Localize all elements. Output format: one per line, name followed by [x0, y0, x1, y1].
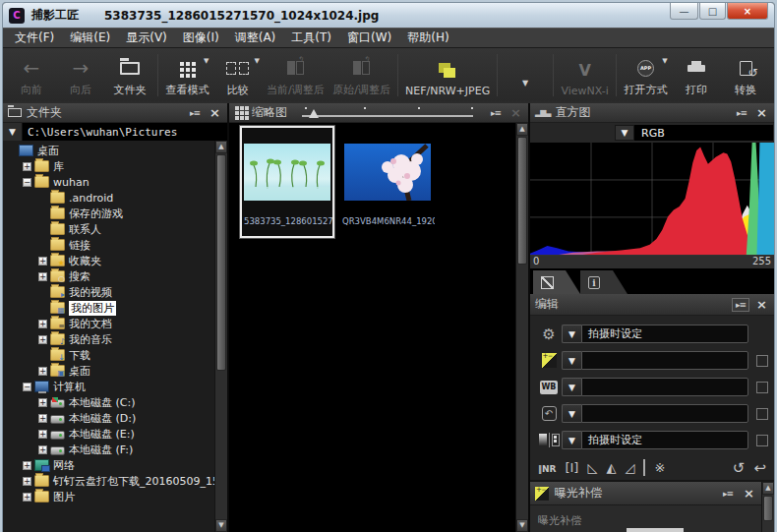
- tree-item-我的文档[interactable]: +≡我的文档: [3, 316, 227, 331]
- panel-close-icon[interactable]: ×: [742, 488, 756, 500]
- tree-item-下载[interactable]: ↓下载: [3, 347, 227, 363]
- tab-edit[interactable]: [533, 270, 580, 294]
- toolbar-button-NEF/NRW+JPEG[interactable]: NEF/NRW+JPEG: [401, 50, 494, 100]
- tree-item-联系人[interactable]: 联系人: [3, 221, 227, 237]
- scroll-down-icon[interactable]: ▼: [215, 519, 227, 532]
- panel-menu-icon[interactable]: ▸≡: [732, 298, 749, 312]
- expand-icon[interactable]: +: [38, 257, 47, 266]
- toolbar-button-比较[interactable]: ▼比较: [213, 50, 263, 100]
- thumbnail-item-0[interactable]: 5383735_1286015271570...: [240, 126, 334, 238]
- retouch-icon[interactable]: ※: [654, 460, 665, 475]
- menu-item-2[interactable]: 显示(V): [118, 28, 175, 48]
- toolbar-button-打开方式[interactable]: APP▼打开方式: [620, 50, 672, 100]
- setting-dropdown-icon[interactable]: ▼: [562, 431, 581, 449]
- toolbar-button-当前/调整后[interactable]: 当前/调整后: [263, 50, 329, 100]
- setting-dropdown-icon[interactable]: ▼: [562, 404, 581, 423]
- tree-item-链接[interactable]: 链接: [3, 237, 227, 253]
- menu-item-3[interactable]: 图像(I): [175, 28, 227, 48]
- toolbar-button-打印[interactable]: 打印: [672, 50, 721, 100]
- toolbar-button-转换[interactable]: 转换: [721, 50, 770, 100]
- color-curve-icon[interactable]: [643, 460, 645, 475]
- expand-icon[interactable]: +: [23, 162, 31, 171]
- toolbar-button-dropdown-only[interactable]: ▼: [501, 50, 550, 100]
- expand-icon[interactable]: +: [38, 445, 47, 454]
- tree-item-计算机[interactable]: −计算机: [3, 379, 227, 394]
- expand-icon[interactable]: +: [38, 335, 47, 344]
- thumbnail-item-1[interactable]: QR3VB4M6NR44_1920x12...: [340, 126, 435, 238]
- expand-icon[interactable]: +: [38, 414, 47, 423]
- tree-item-保存的游戏[interactable]: 保存的游戏: [3, 206, 227, 221]
- path-dropdown-icon[interactable]: ▼: [3, 123, 23, 141]
- expand-icon[interactable]: +: [38, 430, 47, 439]
- scroll-down-icon[interactable]: ▼: [516, 519, 528, 532]
- expand-icon[interactable]: +: [23, 493, 31, 502]
- toolbar-button-向前[interactable]: ←向前: [7, 50, 56, 100]
- panel-menu-icon[interactable]: ▸≡: [734, 107, 749, 119]
- tree-item-钉钉云盘打包下载_20160509_15_[interactable]: +钉钉云盘打包下载_20160509_15_: [3, 473, 227, 489]
- setting-dropdown-icon[interactable]: ▼: [562, 351, 581, 370]
- tree-item-桌面[interactable]: 桌面: [3, 143, 227, 158]
- tree-item-收藏夹[interactable]: +★收藏夹: [3, 253, 227, 268]
- expand-icon[interactable]: +: [38, 272, 47, 281]
- menu-item-0[interactable]: 文件(F): [7, 28, 62, 48]
- tree-item-我的音乐[interactable]: +♪我的音乐: [3, 331, 227, 347]
- close-button[interactable]: ×: [727, 3, 768, 20]
- tree-item-本地磁盘 (C:)[interactable]: +本地磁盘 (C:): [3, 394, 227, 410]
- panel-close-icon[interactable]: ×: [754, 299, 769, 311]
- reset-icon[interactable]: ↺: [733, 459, 746, 477]
- setting-dropdown-icon[interactable]: ▼: [562, 325, 581, 343]
- toolbar-button-查看模式[interactable]: ▼查看模式: [161, 50, 213, 100]
- menu-item-6[interactable]: 窗口(W): [339, 28, 399, 48]
- setting-checkbox[interactable]: [756, 355, 768, 367]
- scroll-up-icon[interactable]: ▲: [762, 482, 774, 495]
- tree-item-.android[interactable]: .android: [3, 190, 227, 206]
- tree-item-本地磁盘 (D:)[interactable]: +本地磁盘 (D:): [3, 410, 227, 426]
- collapse-icon[interactable]: −: [23, 178, 31, 187]
- panel-close-icon[interactable]: ×: [208, 107, 222, 119]
- scroll-up-icon[interactable]: ▲: [215, 141, 227, 153]
- tone-curve-icon[interactable]: ◺: [587, 460, 597, 475]
- folder-tree-scrollbar[interactable]: ▲ ▼: [214, 141, 227, 532]
- tree-item-我的图片[interactable]: ▦我的图片: [3, 300, 227, 316]
- toolbar-button-ViewNX-i[interactable]: VViewNX-i: [557, 50, 613, 100]
- expand-icon[interactable]: +: [23, 461, 31, 470]
- toolbar-button-原始/调整后[interactable]: 原始/调整后: [329, 50, 394, 100]
- tab-info[interactable]: i: [580, 270, 628, 294]
- setting-checkbox[interactable]: [756, 408, 768, 420]
- tree-item-桌面[interactable]: +▣桌面: [3, 363, 227, 379]
- channel-value[interactable]: RGB: [634, 125, 773, 141]
- exposure-combo-partial[interactable]: [627, 528, 684, 532]
- channel-dropdown-icon[interactable]: ▼: [615, 125, 634, 141]
- scroll-up-icon[interactable]: ▲: [516, 123, 528, 136]
- tree-item-本地磁盘 (F:)[interactable]: +本地磁盘 (F:): [3, 442, 227, 457]
- expand-icon[interactable]: +: [38, 367, 47, 376]
- collapse-icon[interactable]: −: [23, 383, 31, 391]
- setting-value-field[interactable]: 拍摄时设定: [581, 431, 748, 449]
- thumbnails-scrollbar[interactable]: ▲ ▼: [515, 123, 528, 532]
- menu-item-7[interactable]: 帮助(H): [399, 28, 456, 48]
- noise-reduction-icon[interactable]: ‖NR: [538, 460, 556, 475]
- sharpness-icon[interactable]: [I]: [565, 460, 578, 475]
- setting-value-field[interactable]: 拍摄时设定: [581, 325, 748, 343]
- expand-icon[interactable]: +: [23, 477, 31, 486]
- thumbnail-size-slider[interactable]: [302, 106, 473, 120]
- minimize-button[interactable]: —: [670, 3, 698, 20]
- setting-checkbox[interactable]: [756, 435, 768, 446]
- menu-item-5[interactable]: 工具(T): [283, 28, 339, 48]
- tree-item-我的视频[interactable]: ▸我的视频: [3, 284, 227, 300]
- tree-item-图片[interactable]: +图片: [3, 489, 227, 504]
- tree-item-本地磁盘 (E:)[interactable]: +本地磁盘 (E:): [3, 426, 227, 442]
- menu-item-1[interactable]: 编辑(E): [62, 28, 118, 48]
- toolbar-button-向后[interactable]: →向后: [56, 50, 105, 100]
- setting-value-field[interactable]: [581, 378, 748, 396]
- expand-icon[interactable]: +: [38, 320, 47, 328]
- setting-dropdown-icon[interactable]: ▼: [562, 378, 581, 396]
- panel-menu-icon[interactable]: ▸≡: [488, 107, 504, 119]
- scrollbar-thumb[interactable]: [517, 137, 527, 265]
- d-lighting-icon[interactable]: ◿: [625, 460, 634, 475]
- scrollbar-thumb[interactable]: [216, 154, 226, 371]
- menu-item-4[interactable]: 调整(A): [227, 28, 284, 48]
- panel-close-icon[interactable]: ×: [508, 107, 523, 119]
- slider-handle[interactable]: [309, 109, 319, 118]
- maximize-button[interactable]: □: [699, 3, 726, 20]
